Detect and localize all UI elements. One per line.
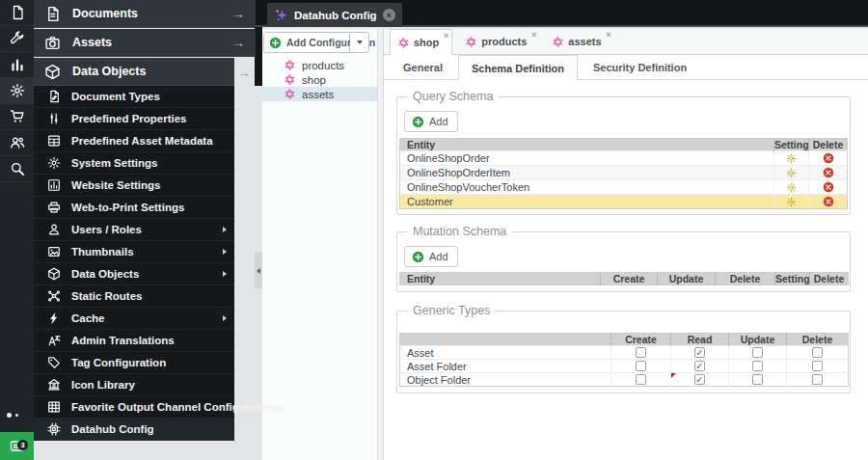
menu-item-data-objects[interactable]: Data Objects [34,58,234,86]
update-checkbox[interactable] [752,347,763,358]
config-tab-label: assets [568,36,601,47]
read-cell: ✓ [671,373,729,387]
ecommerce-icon [10,109,25,124]
read-checkbox[interactable]: ✓ [694,361,705,371]
settings-cell [774,151,809,166]
settings-gear-icon[interactable] [774,168,808,178]
create-checkbox[interactable] [636,361,646,371]
user-icon [47,223,61,236]
submenu-item-website-settings[interactable]: Website Settings [34,175,234,197]
table-row[interactable]: Object Folder✓ [400,373,849,387]
create-cell [611,360,671,373]
table-row[interactable]: OnlineShopVoucherToken [400,180,848,195]
menu-item-documents[interactable]: Documents→ [34,0,256,28]
chat-button[interactable]: 3 [0,432,34,460]
menu-item-assets[interactable]: Assets→ [34,29,256,57]
submenu-item-label: Website Settings [71,179,160,191]
tab-datahub-config[interactable]: Datahub Config × [267,3,402,27]
submenu-item-thumbnails[interactable]: Thumbnails [34,241,234,263]
section-tab-schema-definition[interactable]: Schema Definition [458,55,578,80]
submenu-item-web-to-print-settings[interactable]: Web-to-Print Settings [34,197,234,219]
tree-item-shop[interactable]: shop [262,72,377,87]
strip-file-icon[interactable] [0,0,34,26]
grid-header-row: CreateReadUpdateDelete [400,334,849,346]
submenu-item-favorite-output-channel-configurations[interactable]: Favorite Output Channel Configurations [34,396,234,419]
create-checkbox[interactable] [636,374,646,385]
table-row[interactable]: Asset✓ [400,346,849,360]
settings-gear-icon[interactable] [774,153,808,164]
table-row[interactable]: Customer [400,195,848,209]
delete-icon[interactable] [809,181,847,193]
update-checkbox[interactable] [752,361,763,371]
mutation-schema-add-button[interactable]: Add [404,246,458,267]
delete-icon[interactable] [809,167,847,178]
grid-header-row: EntitySettingsDelete [400,139,848,151]
strip-search-icon[interactable] [0,156,34,182]
create-checkbox[interactable] [636,347,646,358]
config-tab-products[interactable]: products× [458,29,539,54]
close-icon[interactable]: × [444,32,448,41]
add-configuration-dropdown[interactable] [350,32,369,53]
search-icon [10,161,25,176]
close-icon[interactable]: × [606,31,610,40]
datahub-config-icon [285,60,295,70]
strip-customers-icon[interactable] [0,130,34,156]
delete-icon[interactable] [809,196,847,207]
file-pen-icon [47,90,61,103]
read-cell: ✓ [671,360,729,373]
submenu-item-label: Users / Roles [71,224,142,235]
submenu-item-predefined-properties[interactable]: Predefined Properties [34,108,234,130]
settings-gear-icon[interactable] [774,197,808,207]
menu-item-label: Assets [72,36,112,49]
submenu-item-cache[interactable]: Cache [34,308,234,330]
column-header-create: Create [611,334,671,346]
update-checkbox[interactable] [752,374,763,385]
submenu-item-label: Thumbnails [71,246,134,257]
config-tab-shop[interactable]: shop× [390,29,452,55]
generic-types-grid: CreateReadUpdateDeleteAsset✓Asset Folder… [399,333,849,387]
delete-icon[interactable] [809,152,847,164]
query-schema-add-button[interactable]: Add [404,111,458,132]
table-row[interactable]: OnlineShopOrder [400,151,848,166]
tree-item-label: assets [302,89,334,100]
close-icon[interactable]: × [531,31,536,40]
table-row[interactable]: Asset Folder✓ [400,360,849,373]
section-tab-general[interactable]: General [391,55,455,79]
submenu-item-label: Data Objects [71,268,139,280]
submenu-item-admin-translations[interactable]: Admin Translations [34,330,234,352]
submenu-item-system-settings[interactable]: System Settings [34,152,234,175]
settings-cell [774,195,809,209]
strip-settings-icon[interactable] [0,78,34,104]
tag-icon [47,356,61,369]
read-checkbox[interactable]: ✓ [694,374,705,385]
submenu-item-datahub-config[interactable]: Datahub Config [34,419,234,441]
submenu-item-tag-configuration[interactable]: Tag Configuration [34,352,234,374]
settings-gear-icon[interactable] [774,182,808,193]
table-row[interactable]: OnlineShopOrderItem [400,166,848,180]
close-icon[interactable]: × [383,9,395,21]
submenu-item-static-routes[interactable]: Static Routes [34,285,234,308]
settings-cell [774,180,809,195]
panel-collapse-handle[interactable] [255,253,262,288]
submenu-item-predefined-asset-metadata[interactable]: Predefined Asset Metadata [34,130,234,152]
delete-checkbox[interactable] [812,374,823,385]
gear-icon [47,156,61,170]
tree-item-assets[interactable]: assets [262,87,377,101]
submenu-item-icon-library[interactable]: Icon Library [34,374,234,396]
submenu-item-users-roles[interactable]: Users / Roles [34,219,234,241]
strip-ecommerce-icon[interactable] [0,104,34,130]
section-tab-security-definition[interactable]: Security Definition [581,55,699,79]
strip-tools-icon[interactable] [0,26,34,52]
read-checkbox[interactable]: ✓ [694,347,705,358]
submenu-item-data-objects[interactable]: Data Objects [34,263,234,285]
tree-item-products[interactable]: products [262,58,377,72]
submenu-item-document-types[interactable]: Document Types [34,86,234,108]
section-tab-bar: GeneralSchema DefinitionSecurity Definit… [384,55,868,80]
submenu-item-label: Static Routes [71,290,143,302]
strip-reports-icon[interactable] [0,52,34,78]
config-tab-assets[interactable]: assets× [545,29,613,54]
delete-checkbox[interactable] [812,361,823,371]
add-configuration-button[interactable]: Add Configuration [263,32,369,53]
delete-checkbox[interactable] [812,347,823,358]
query-schema-fieldset: Query Schema Add EntitySettingsDeleteOnl… [396,96,851,215]
